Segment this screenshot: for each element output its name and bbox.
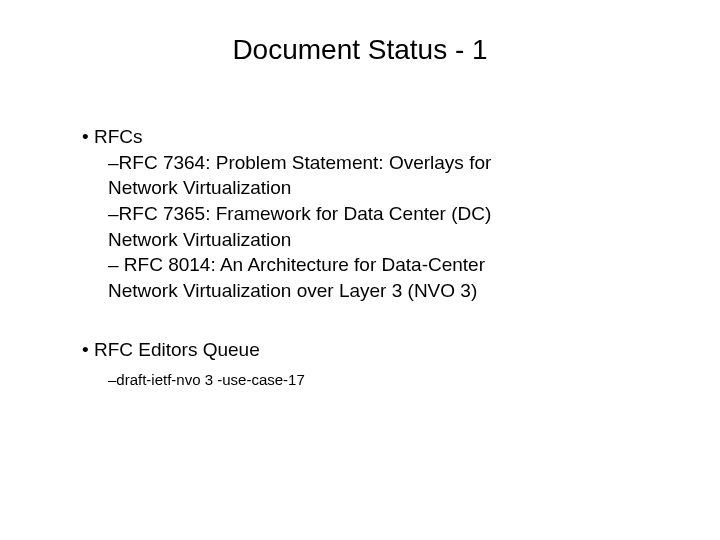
slide-title: Document Status - 1 xyxy=(80,34,640,66)
rfc-7364-line2: Network Virtualization xyxy=(80,175,640,201)
rfc-8014-line1: – RFC 8014: An Architecture for Data-Cen… xyxy=(80,252,640,278)
section-editors-queue: • RFC Editors Queue –draft-ietf-nvo 3 -u… xyxy=(80,337,640,390)
bullet-rfcs: • RFCs xyxy=(80,124,640,150)
rfc-7364-line1: –RFC 7364: Problem Statement: Overlays f… xyxy=(80,150,640,176)
bullet-editors-queue: • RFC Editors Queue xyxy=(80,337,640,363)
rfc-7365-line1: –RFC 7365: Framework for Data Center (DC… xyxy=(80,201,640,227)
draft-nvo3: –draft-ietf-nvo 3 -use-case-17 xyxy=(80,369,640,390)
section-rfcs: • RFCs –RFC 7364: Problem Statement: Ove… xyxy=(80,124,640,303)
rfc-8014-line2: Network Virtualization over Layer 3 (NVO… xyxy=(80,278,640,304)
rfc-7365-line2: Network Virtualization xyxy=(80,227,640,253)
